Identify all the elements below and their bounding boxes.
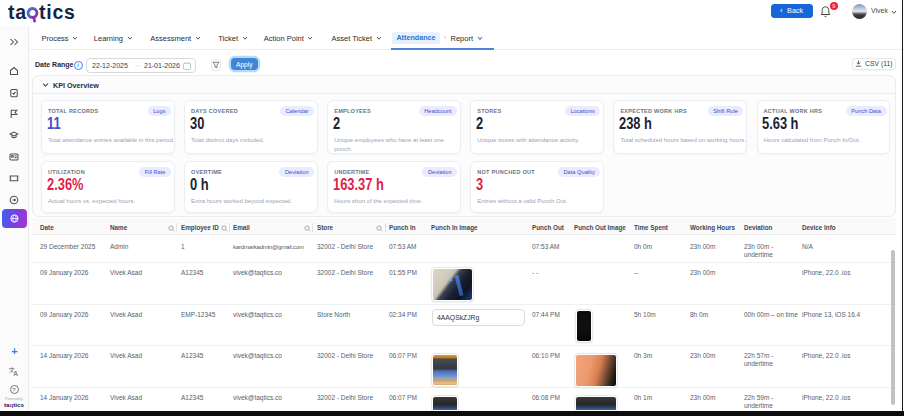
svg-text:A: A <box>14 370 19 377</box>
